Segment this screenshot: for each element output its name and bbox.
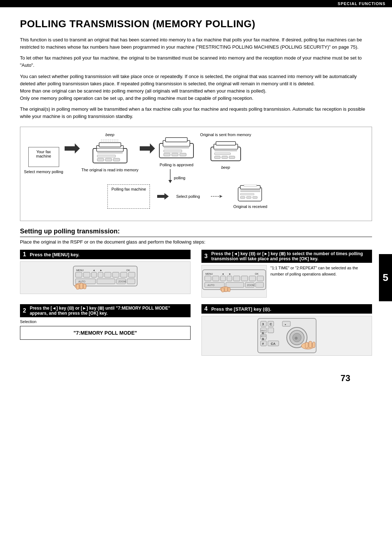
step-4-image: 3 C ● MNO 6 WXYZ 9 #	[201, 316, 372, 356]
your-fax-machine-label: Your fax machine	[36, 150, 51, 158]
original-sent-area: Original is sent from memory beep	[200, 132, 251, 170]
svg-rect-113	[313, 342, 315, 348]
svg-text:►: ►	[100, 269, 102, 272]
svg-rect-25	[216, 142, 236, 145]
svg-rect-15	[166, 138, 187, 142]
svg-marker-31	[157, 193, 169, 200]
svg-rect-63	[80, 283, 83, 289]
side-tab: 5	[379, 254, 392, 301]
arrow-1	[65, 143, 80, 155]
svg-text:OK: OK	[126, 269, 130, 272]
svg-rect-70	[205, 276, 211, 281]
step-2-header: 2 Press the [◄] key (⊟) or [►] key (⊞) u…	[20, 304, 191, 317]
step-1-header: 1 Press the [MENU] key.	[20, 250, 191, 259]
beep-label-2: beep	[221, 165, 230, 170]
polling-label: polling	[174, 176, 185, 180]
step-2-label: Press the [◄] key (⊟) or [►] key (⊞) unt…	[30, 306, 188, 316]
svg-rect-52	[113, 272, 119, 277]
polling-fax-machine-box: Polling fax machine	[107, 184, 150, 209]
svg-rect-87	[228, 287, 230, 292]
svg-rect-40	[253, 196, 257, 199]
step-4-label: Press the [START] key (◎).	[211, 306, 271, 312]
svg-rect-19	[172, 153, 178, 156]
fax-machine-1: beep The original is read into me	[81, 132, 138, 172]
memory-poll-mode-box: "7:MEMORY POLL MODE"	[20, 326, 191, 340]
svg-rect-27	[215, 153, 230, 155]
svg-rect-17	[164, 150, 182, 152]
keyboard-svg-3: MENU ◄ ► OK AUTO	[202, 267, 266, 296]
main-content: POLLING TRANSMISSION (MEMORY POLLING) Th…	[0, 7, 392, 394]
small-arrow	[157, 184, 169, 209]
fax-machine-2-area: Polling is approved polling	[156, 132, 196, 183]
svg-rect-51	[105, 272, 111, 277]
svg-rect-3	[99, 143, 121, 147]
svg-text:◄: ◄	[221, 273, 224, 276]
svg-marker-22	[168, 180, 172, 183]
svg-marker-0	[65, 143, 80, 154]
svg-rect-5	[97, 155, 115, 157]
step-2-num: 2	[23, 307, 26, 314]
original-received-label: Original is received	[233, 204, 268, 209]
select-memory-polling-label: Select memory polling	[24, 169, 63, 174]
original-sent-label: Original is sent from memory	[200, 132, 251, 137]
svg-rect-38	[240, 196, 245, 199]
svg-rect-41	[244, 184, 257, 187]
svg-text:►: ►	[229, 273, 231, 276]
fax-box: Your fax machine	[28, 147, 59, 167]
svg-text:MENU: MENU	[76, 269, 84, 272]
svg-rect-112	[309, 341, 312, 348]
selection-label: Selection	[20, 319, 191, 324]
step-3-header: 3 Press the [◄] key (⊟) or [►] key (⊞) t…	[201, 250, 372, 263]
memory-poll-mode-text: "7:MEMORY POLL MODE"	[74, 330, 137, 336]
svg-rect-29	[222, 156, 228, 159]
svg-rect-50	[98, 272, 103, 277]
svg-rect-64	[83, 284, 86, 289]
polling-fax-machine-label: Polling fax machine	[111, 187, 146, 191]
fax-svg-3	[209, 138, 242, 163]
svg-rect-49	[91, 272, 97, 277]
svg-rect-77	[257, 276, 264, 281]
svg-marker-12	[140, 143, 155, 154]
svg-rect-8	[113, 158, 120, 161]
svg-rect-30	[229, 156, 235, 159]
step-3-image: MENU ◄ ► OK AUTO	[201, 265, 267, 298]
intro-paragraph-2: To let other fax machines poll your fax …	[20, 54, 372, 69]
svg-rect-71	[213, 276, 219, 281]
svg-rect-36	[240, 190, 260, 192]
step-1-image: MENU ◄ ► OK AUTO	[20, 261, 191, 294]
svg-rect-26	[215, 149, 237, 151]
top-bar-label: SPECIAL FUNCTIONS	[338, 1, 385, 6]
svg-text:AUTO: AUTO	[78, 280, 86, 283]
svg-rect-28	[215, 156, 220, 159]
step-1-block: 1 Press the [MENU] key. MENU ◄ ► OK	[20, 250, 191, 300]
svg-rect-74	[233, 276, 240, 281]
svg-rect-18	[164, 153, 170, 156]
step-1-label: Press the [MENU] key.	[30, 252, 79, 257]
svg-text:CA: CA	[271, 342, 275, 346]
polling-is-approved-label: Polling is approved	[160, 162, 193, 167]
svg-rect-37	[240, 193, 254, 195]
step-3-block: 3 Press the [◄] key (⊟) or [►] key (⊞) t…	[201, 250, 372, 300]
step-4-block: 4 Press the [START] key (◎). 3 C ●	[201, 304, 372, 358]
svg-rect-7	[105, 158, 112, 161]
svg-rect-93	[282, 321, 290, 326]
svg-rect-86	[225, 287, 227, 292]
svg-rect-6	[97, 158, 104, 161]
svg-rect-48	[83, 272, 90, 277]
svg-text:◎: ◎	[295, 336, 298, 340]
svg-rect-56	[97, 279, 115, 284]
step-2-selection: Selection "7:MEMORY POLL MODE"	[20, 319, 191, 340]
page-number: 73	[20, 373, 372, 383]
svg-rect-16	[164, 146, 189, 148]
step-2-block: 2 Press the [◄] key (⊟) or [►] key (⊞) u…	[20, 304, 191, 358]
intro-paragraph-4: The original(s) in polling memory will b…	[20, 106, 372, 120]
step-3-sub: "1:1 TIME" or "2:REPEAT" can be selected…	[270, 265, 372, 300]
original-received-area: Original is received	[233, 184, 268, 209]
steps-intro: Place the original in the RSPF or on the…	[20, 239, 372, 245]
svg-text:ZOOM: ZOOM	[118, 280, 126, 283]
step-3-label: Press the [◄] key (⊟) or [►] key (⊞) to …	[211, 251, 369, 261]
svg-rect-4	[97, 151, 123, 154]
svg-marker-33	[220, 195, 222, 198]
svg-rect-75	[241, 276, 248, 281]
intro-paragraph-1: This function is used to transmit an ori…	[20, 36, 372, 51]
